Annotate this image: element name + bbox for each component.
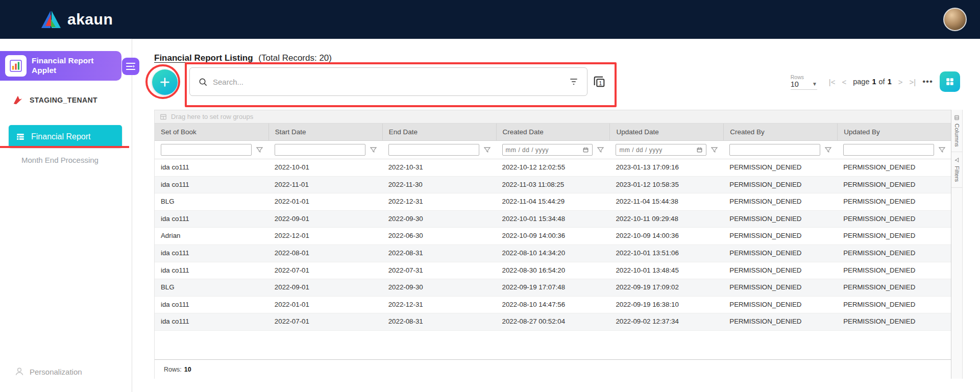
table-row[interactable]: ida co1112022-07-012022-07-312022-08-30 … [155, 262, 951, 280]
add-record-button[interactable] [152, 69, 178, 95]
table-cell: 2022-11-04 15:44:29 [496, 193, 610, 210]
sidebar-item-tenant[interactable]: STAGING_TENANT [0, 91, 132, 109]
tab-filters-label: Filters [954, 166, 960, 182]
prev-page-icon[interactable]: < [842, 78, 846, 86]
topbar: akaun [0, 0, 980, 39]
row-group-dropzone[interactable]: Drag here to set row groups [155, 110, 951, 124]
column-header-start-date[interactable]: Start Date [268, 124, 382, 140]
next-page-icon[interactable]: > [898, 78, 903, 86]
menu-icon [126, 62, 135, 70]
table-row[interactable]: Adrian2022-12-012022-06-302022-10-09 14:… [155, 228, 951, 245]
calendar-icon[interactable] [582, 146, 589, 153]
tenant-logo-icon [12, 94, 23, 106]
filter-funnel-icon[interactable] [824, 146, 832, 154]
column-date-filter[interactable]: mm / dd / yyyy [616, 144, 706, 156]
table-cell: PERMISSION_DENIED [723, 262, 837, 279]
last-page-icon[interactable]: >| [909, 78, 916, 86]
table-row[interactable]: BLG2022-09-012022-09-302022-09-19 17:07:… [155, 279, 951, 297]
filter-funnel-icon[interactable] [370, 146, 377, 154]
column-date-filter[interactable]: mm / dd / yyyy [502, 144, 593, 156]
filter-funnel-icon[interactable] [938, 146, 946, 154]
sidebar: Financial Report Applet STAGING_TENANT [0, 39, 132, 392]
svg-text:1: 1 [599, 80, 602, 86]
table-row[interactable]: ida co1112022-08-012022-08-312022-08-10 … [155, 245, 951, 262]
table-cell: 2022-12-31 [382, 297, 496, 313]
table-row[interactable]: ida co1112022-09-012022-09-302022-10-01 … [155, 211, 951, 228]
column-header-created-by[interactable]: Created By [723, 124, 837, 140]
date-placeholder: mm / dd / yyyy [619, 146, 662, 154]
column-header-created-date[interactable]: Created Date [496, 124, 610, 140]
column-header-end-date[interactable]: End Date [382, 124, 496, 140]
filter-cell: mm / dd / yyyy [609, 141, 723, 159]
table-row[interactable]: ida co1112022-07-012022-08-312022-08-27 … [155, 313, 951, 331]
column-header-updated-by[interactable]: Updated By [837, 124, 951, 140]
tab-columns[interactable]: Columns [951, 110, 962, 152]
tenant-name: STAGING_TENANT [30, 96, 97, 104]
first-page-icon[interactable]: |< [829, 78, 836, 86]
filter-1-page-icon[interactable]: 1 [592, 75, 606, 89]
table-row[interactable]: BLG2022-01-012022-12-312022-11-04 15:44:… [155, 193, 951, 211]
table-cell: PERMISSION_DENIED [837, 297, 951, 313]
table-cell: 2022-10-31 [382, 159, 496, 176]
calendar-icon[interactable] [696, 146, 703, 153]
more-options-icon[interactable]: ••• [922, 77, 933, 87]
column-header-set-of-book[interactable]: Set of Book [155, 124, 268, 140]
table-cell: 2022-11-03 11:08:25 [496, 177, 610, 193]
column-filter-input[interactable] [388, 144, 479, 156]
column-header-updated-date[interactable]: Updated Date [609, 124, 723, 140]
sidebar-collapse-button[interactable] [122, 58, 139, 75]
table-cell: 2022-10-12 12:02:55 [496, 159, 610, 176]
table-cell: 2022-01-01 [268, 297, 382, 313]
report-list-icon [16, 132, 25, 141]
page-indicator: page1of1 [853, 78, 892, 86]
table-cell: 2022-08-01 [268, 245, 382, 262]
table-empty-space [155, 331, 951, 359]
filter-cell [268, 141, 382, 159]
filter-funnel-icon[interactable] [597, 146, 604, 154]
table-cell: PERMISSION_DENIED [723, 177, 837, 193]
table-cell: PERMISSION_DENIED [723, 313, 837, 330]
filter-cell [382, 141, 496, 159]
plus-icon [159, 76, 171, 88]
table-cell: 2022-07-01 [268, 262, 382, 279]
table-cell: 2022-08-10 14:47:56 [496, 297, 610, 313]
column-filter-input[interactable] [161, 144, 252, 156]
table-row[interactable]: ida co1112022-11-012022-11-302022-11-03 … [155, 177, 951, 194]
table-cell: 2022-10-01 [268, 159, 382, 176]
table-cell: PERMISSION_DENIED [837, 245, 951, 262]
column-filter-input[interactable] [843, 144, 934, 156]
table-row[interactable]: ida co1112022-10-012022-10-312022-10-12 … [155, 159, 951, 177]
sidebar-item-financial-report[interactable]: Financial Report [9, 125, 122, 148]
filter-list-icon[interactable] [569, 77, 579, 87]
filter-funnel-icon[interactable] [710, 146, 718, 154]
rows-per-page-select[interactable]: Rows 10 ▼ [791, 74, 817, 90]
column-filter-input[interactable] [729, 144, 820, 156]
chevron-down-icon: ▼ [812, 81, 817, 87]
filter-funnel-icon[interactable] [256, 146, 263, 154]
filter-cell [837, 141, 951, 159]
grid-view-button[interactable] [940, 71, 960, 92]
table-cell: BLG [155, 279, 268, 296]
sidebar-item-month-end-processing[interactable]: Month End Processing [21, 156, 99, 164]
sidebar-item-applet[interactable]: Financial Report Applet [0, 51, 121, 81]
column-filter-input[interactable] [275, 144, 365, 156]
filter-funnel-icon[interactable] [483, 146, 491, 154]
filter-cell: mm / dd / yyyy [496, 141, 610, 159]
table-row[interactable]: ida co1112022-01-012022-12-312022-08-10 … [155, 297, 951, 314]
table-cell: ida co111 [155, 177, 268, 193]
filter-cell [723, 141, 837, 159]
footer-rows-label: Rows: [164, 366, 182, 373]
search-input[interactable] [212, 77, 565, 87]
table-cell: PERMISSION_DENIED [837, 177, 951, 193]
table-cell: 2022-09-30 [382, 279, 496, 296]
akaun-logo-icon [40, 9, 62, 30]
table-cell: PERMISSION_DENIED [723, 297, 837, 313]
table-filter-row: mm / dd / yyyymm / dd / yyyy [155, 141, 951, 159]
user-avatar[interactable] [943, 8, 967, 31]
table-cell: 2022-09-01 [268, 211, 382, 228]
sidebar-item-personalization[interactable]: Personalization [14, 366, 82, 377]
tab-filters[interactable]: Filters [951, 152, 962, 187]
table-body: ida co1112022-10-012022-10-312022-10-12 … [155, 159, 951, 331]
table-cell: 2022-08-30 16:54:20 [496, 262, 610, 279]
akaun-logo[interactable]: akaun [40, 9, 113, 30]
